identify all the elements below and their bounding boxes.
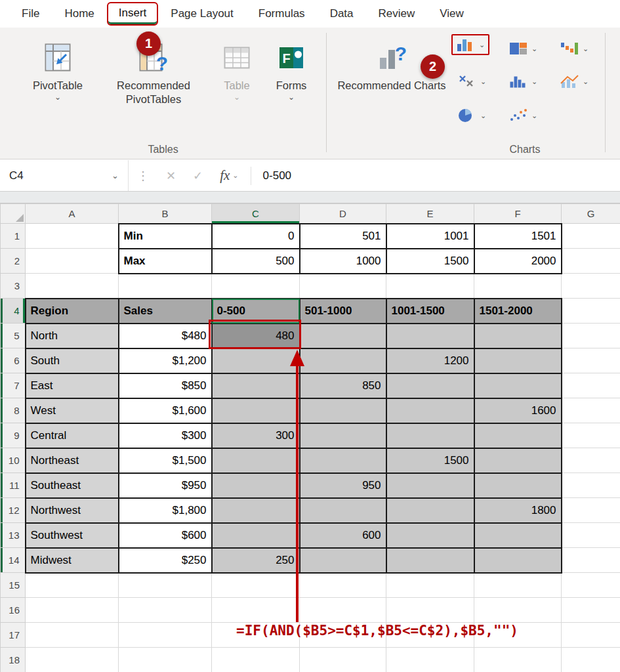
cell-C10[interactable] bbox=[212, 448, 300, 473]
cell-B11[interactable]: $950 bbox=[119, 473, 212, 498]
cell-G6[interactable] bbox=[562, 348, 620, 373]
row-header-1[interactable]: 1 bbox=[1, 224, 26, 249]
cell-D3[interactable] bbox=[300, 274, 386, 299]
cell-F10[interactable] bbox=[474, 448, 562, 473]
column-header-A[interactable]: A bbox=[26, 204, 119, 224]
cell-D15[interactable] bbox=[300, 573, 386, 598]
row-header-3[interactable]: 3 bbox=[1, 274, 26, 299]
cell-C15[interactable] bbox=[212, 573, 300, 598]
insert-combo-chart-button[interactable]: ⌄ bbox=[555, 71, 593, 92]
cell-G18[interactable] bbox=[562, 648, 620, 672]
cell-E13[interactable] bbox=[386, 523, 474, 548]
cell-C8[interactable] bbox=[212, 398, 300, 423]
cell-G10[interactable] bbox=[562, 448, 620, 473]
cell-B4[interactable]: Sales bbox=[119, 299, 212, 324]
cell-A4[interactable]: Region bbox=[26, 299, 119, 324]
cell-A1[interactable] bbox=[26, 224, 119, 249]
cell-E6[interactable]: 1200 bbox=[386, 348, 474, 373]
cell-A2[interactable] bbox=[26, 249, 119, 274]
cell-B13[interactable]: $600 bbox=[119, 523, 212, 548]
insert-waterfall-chart-button[interactable]: ⌄ bbox=[555, 38, 593, 59]
cell-G7[interactable] bbox=[562, 373, 620, 398]
cell-B12[interactable]: $1,800 bbox=[119, 498, 212, 523]
cell-A5[interactable]: North bbox=[26, 324, 119, 348]
row-header-5[interactable]: 5 bbox=[1, 324, 26, 348]
row-header-15[interactable]: 15 bbox=[1, 573, 26, 598]
row-header-17[interactable]: 17 bbox=[1, 623, 26, 648]
insert-function-button[interactable]: fx ⌄ bbox=[220, 167, 238, 184]
cell-G1[interactable] bbox=[562, 224, 620, 249]
cell-E7[interactable] bbox=[386, 373, 474, 398]
cell-C6[interactable] bbox=[212, 348, 300, 373]
tab-insert[interactable]: Insert bbox=[107, 2, 159, 26]
cell-G8[interactable] bbox=[562, 398, 620, 423]
cell-E5[interactable] bbox=[386, 324, 474, 348]
cell-F6[interactable] bbox=[474, 348, 562, 373]
cell-F9[interactable] bbox=[474, 423, 562, 448]
pivottable-button[interactable]: PivotTable ⌄ bbox=[20, 37, 96, 101]
cell-B1[interactable]: Min bbox=[119, 224, 212, 249]
cell-C13[interactable] bbox=[212, 523, 300, 548]
cell-C9[interactable]: 300 bbox=[212, 423, 300, 448]
column-header-D[interactable]: D bbox=[300, 204, 386, 224]
cell-D4[interactable]: 501-1000 bbox=[300, 299, 386, 324]
cell-E16[interactable] bbox=[386, 598, 474, 623]
forms-button[interactable]: F Forms ⌄ bbox=[265, 37, 318, 101]
cell-B8[interactable]: $1,600 bbox=[119, 398, 212, 423]
cell-C11[interactable] bbox=[212, 473, 300, 498]
column-header-F[interactable]: F bbox=[474, 204, 562, 224]
cell-D10[interactable] bbox=[300, 448, 386, 473]
cell-F15[interactable] bbox=[474, 573, 562, 598]
cell-D11[interactable]: 950 bbox=[300, 473, 386, 498]
row-header-7[interactable]: 7 bbox=[1, 373, 26, 398]
cell-C14[interactable]: 250 bbox=[212, 548, 300, 573]
cell-E3[interactable] bbox=[386, 274, 474, 299]
name-box[interactable]: C4 ⌄ bbox=[0, 160, 129, 191]
cell-E1[interactable]: 1001 bbox=[386, 224, 474, 249]
tab-formulas[interactable]: Formulas bbox=[246, 2, 318, 26]
cell-B14[interactable]: $250 bbox=[119, 548, 212, 573]
cell-C3[interactable] bbox=[212, 274, 300, 299]
cell-C7[interactable] bbox=[212, 373, 300, 398]
row-header-13[interactable]: 13 bbox=[1, 523, 26, 548]
column-header-E[interactable]: E bbox=[386, 204, 474, 224]
cell-A18[interactable] bbox=[26, 648, 119, 672]
tab-review[interactable]: Review bbox=[366, 2, 428, 26]
insert-scatter-chart-button[interactable]: ⌄ bbox=[453, 71, 491, 92]
cell-A15[interactable] bbox=[26, 573, 119, 598]
cell-A3[interactable] bbox=[26, 274, 119, 299]
cell-E14[interactable] bbox=[386, 548, 474, 573]
cell-B7[interactable]: $850 bbox=[119, 373, 212, 398]
cell-C18[interactable] bbox=[212, 648, 300, 672]
tab-file[interactable]: File bbox=[9, 2, 52, 26]
cell-F4[interactable]: 1501-2000 bbox=[474, 299, 562, 324]
row-header-14[interactable]: 14 bbox=[1, 548, 26, 573]
cell-F14[interactable] bbox=[474, 548, 562, 573]
cell-G2[interactable] bbox=[562, 249, 620, 274]
column-header-C[interactable]: C bbox=[212, 204, 300, 224]
tab-page-layout[interactable]: Page Layout bbox=[158, 2, 245, 26]
table-button[interactable]: Table ⌄ bbox=[213, 37, 261, 101]
cell-E4[interactable]: 1001-1500 bbox=[386, 299, 474, 324]
cell-B18[interactable] bbox=[119, 648, 212, 672]
cell-F16[interactable] bbox=[474, 598, 562, 623]
cell-E2[interactable]: 1500 bbox=[386, 249, 474, 274]
row-header-12[interactable]: 12 bbox=[1, 498, 26, 523]
cell-G9[interactable] bbox=[562, 423, 620, 448]
cell-G13[interactable] bbox=[562, 523, 620, 548]
cell-C1[interactable]: 0 bbox=[212, 224, 300, 249]
cell-D9[interactable] bbox=[300, 423, 386, 448]
select-all-button[interactable] bbox=[1, 204, 26, 224]
row-header-2[interactable]: 2 bbox=[1, 249, 26, 274]
row-header-11[interactable]: 11 bbox=[1, 473, 26, 498]
cell-A8[interactable]: West bbox=[26, 398, 119, 423]
cell-C2[interactable]: 500 bbox=[212, 249, 300, 274]
row-header-16[interactable]: 16 bbox=[1, 598, 26, 623]
cell-G14[interactable] bbox=[562, 548, 620, 573]
insert-pie-chart-button[interactable]: ⌄ bbox=[453, 105, 491, 126]
cell-F1[interactable]: 1501 bbox=[474, 224, 562, 249]
cell-B9[interactable]: $300 bbox=[119, 423, 212, 448]
cell-B6[interactable]: $1,200 bbox=[119, 348, 212, 373]
column-header-G[interactable]: G bbox=[562, 204, 620, 224]
row-header-4[interactable]: 4 bbox=[1, 299, 26, 324]
